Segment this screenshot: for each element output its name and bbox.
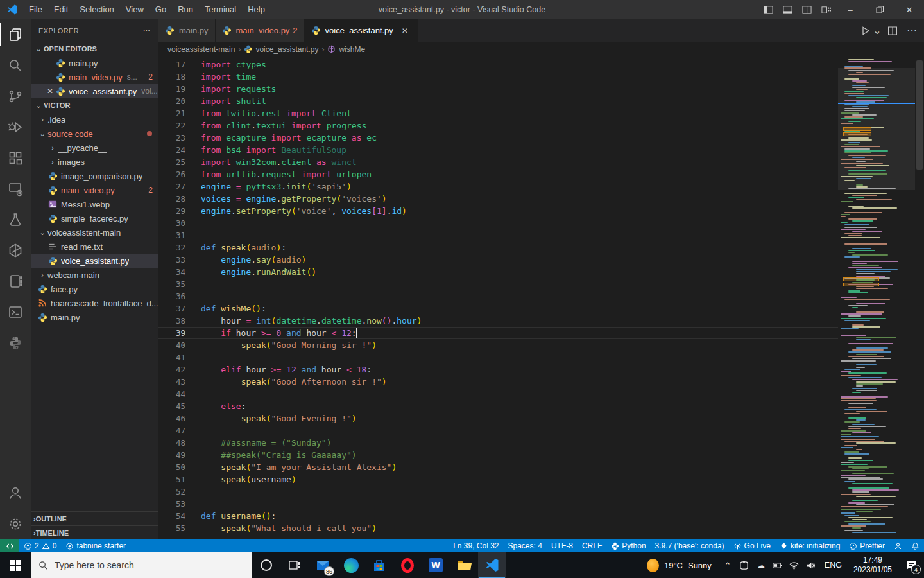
remote-indicator[interactable] <box>0 539 19 552</box>
activitybar-extensions-icon[interactable] <box>0 143 31 173</box>
python-interpreter[interactable]: 3.9.7 ('base': conda) <box>651 539 729 552</box>
run-python-file-icon[interactable] <box>857 22 874 39</box>
language-mode[interactable]: Python <box>606 539 650 552</box>
notification-center-button[interactable]: 4 <box>898 552 924 578</box>
timeline-section[interactable]: › TIMELINE <box>31 525 158 539</box>
open-editors-section[interactable]: ⌄ OPEN EDITORS <box>31 42 158 56</box>
task-view-button[interactable] <box>280 552 309 578</box>
tab-voice_assistant.py[interactable]: voice_assistant.py✕ <box>305 19 418 42</box>
code-editor[interactable]: 17import ctypes18import time19import req… <box>158 57 838 539</box>
cursor-position[interactable]: Ln 39, Col 32 <box>449 539 503 552</box>
tree-file[interactable]: main_video.py2 <box>31 183 158 197</box>
store-button[interactable] <box>365 552 393 578</box>
battery-icon[interactable] <box>769 552 786 578</box>
problems[interactable]: 20 <box>19 539 61 552</box>
tree-file[interactable]: voice_assistant.py <box>31 254 158 268</box>
activitybar-notebook-icon[interactable] <box>0 266 31 297</box>
tree-file[interactable]: simple_facerec.py <box>31 211 158 225</box>
mail-button[interactable]: 86 <box>309 552 337 578</box>
weather-widget[interactable]: 19°C Sunny <box>639 559 719 572</box>
open-editor-item[interactable]: main_video.pys...2 <box>31 70 158 84</box>
customize-layout-icon[interactable] <box>816 0 835 19</box>
more-actions-icon[interactable]: ⋯ <box>903 22 920 39</box>
clock[interactable]: 17:49 2023/01/05 <box>847 556 898 575</box>
tree-file[interactable]: Messi1.webp <box>31 197 158 211</box>
activitybar-terminal-icon[interactable] <box>0 297 31 328</box>
explorer-actions-icon[interactable]: ⋯ <box>143 26 151 35</box>
split-editor-icon[interactable] <box>884 22 901 39</box>
feedback[interactable] <box>889 539 907 552</box>
menu-selection[interactable]: Selection <box>74 0 119 19</box>
minimize-button[interactable]: – <box>835 0 865 19</box>
close-editor-icon[interactable]: ✕ <box>45 87 55 96</box>
editor-scrollbar[interactable] <box>915 57 924 539</box>
minimap[interactable] <box>838 57 915 539</box>
menu-run[interactable]: Run <box>172 0 199 19</box>
menu-help[interactable]: Help <box>242 0 271 19</box>
tree-folder[interactable]: ⌄voiceassistent-main <box>31 225 158 240</box>
notifications-bell[interactable] <box>907 539 924 552</box>
restore-button[interactable] <box>865 0 894 19</box>
tab-main.py[interactable]: main.py <box>158 19 216 42</box>
pen-icon[interactable] <box>736 552 753 578</box>
run-dropdown-chevron-icon[interactable]: ⌄ <box>873 22 882 39</box>
tree-file[interactable]: face.py <box>31 282 158 296</box>
menu-edit[interactable]: Edit <box>48 0 74 19</box>
opera-button[interactable] <box>393 552 422 578</box>
menu-go[interactable]: Go <box>150 0 172 19</box>
go-live[interactable]: Go Live <box>729 539 775 552</box>
tree-folder[interactable]: ›images <box>31 155 158 169</box>
breadcrumb-item[interactable]: voiceassistent-main <box>167 45 235 54</box>
activitybar-account-icon[interactable] <box>0 478 31 509</box>
open-editor-item[interactable]: main.py <box>31 56 158 70</box>
close-button[interactable]: ✕ <box>894 0 924 19</box>
tabnine[interactable]: tabnine starter <box>61 539 130 552</box>
cortana-button[interactable] <box>252 552 280 578</box>
tree-file[interactable]: image_comparison.py <box>31 169 158 183</box>
indentation[interactable]: Spaces: 4 <box>504 539 547 552</box>
open-editor-item[interactable]: ✕voice_assistant.pyvoi... <box>31 84 158 98</box>
toggle-sidebar-icon[interactable] <box>758 0 778 19</box>
menu-terminal[interactable]: Terminal <box>199 0 242 19</box>
tab-main_video.py[interactable]: main_video.py2 <box>216 19 305 42</box>
activitybar-settings-gear-icon[interactable] <box>0 509 31 539</box>
breadcrumb-item[interactable]: wishMe <box>327 45 365 54</box>
language-indicator[interactable]: ENG <box>819 561 847 570</box>
activitybar-package-icon[interactable] <box>0 235 31 266</box>
menu-file[interactable]: File <box>23 0 48 19</box>
activitybar-search-icon[interactable] <box>0 50 31 81</box>
tree-folder[interactable]: ⌄source code <box>31 127 158 141</box>
activitybar-files-icon[interactable] <box>0 19 31 50</box>
activitybar-source-control-icon[interactable] <box>0 81 31 112</box>
encoding[interactable]: UTF-8 <box>547 539 578 552</box>
volume-icon[interactable] <box>803 552 819 578</box>
edge-button[interactable] <box>337 552 365 578</box>
activitybar-run-debug-icon[interactable] <box>0 112 31 143</box>
vscode-taskbar-button[interactable] <box>478 552 506 578</box>
word-button[interactable]: W <box>422 552 450 578</box>
breadcrumb-item[interactable]: voice_assistant.py <box>244 45 318 54</box>
tree-folder[interactable]: ›__pycache__ <box>31 141 158 155</box>
tree-file[interactable]: haarcascade_frontalface_d... <box>31 296 158 310</box>
tree-file[interactable]: main.py <box>31 310 158 324</box>
close-tab-icon[interactable]: ✕ <box>399 26 411 35</box>
prettier[interactable]: Prettier <box>844 539 889 552</box>
taskbar-search-input[interactable]: Type here to search <box>31 552 252 578</box>
activitybar-remote-explorer-icon[interactable] <box>0 173 31 204</box>
menu-view[interactable]: View <box>120 0 150 19</box>
activitybar-testing-icon[interactable] <box>0 204 31 235</box>
tree-folder[interactable]: ›webcam-main <box>31 268 158 282</box>
workspace-section[interactable]: ⌄ VICTOR <box>31 98 158 112</box>
file-explorer-button[interactable] <box>450 552 478 578</box>
tree-file[interactable]: read me.txt <box>31 240 158 254</box>
outline-section[interactable]: › OUTLINE <box>31 511 158 525</box>
onedrive-icon[interactable]: ☁ <box>753 552 769 578</box>
toggle-panel-icon[interactable] <box>778 0 797 19</box>
activitybar-python-icon[interactable] <box>0 328 31 358</box>
eol[interactable]: CRLF <box>578 539 606 552</box>
tray-chevron-up-icon[interactable]: ⌃ <box>719 552 736 578</box>
kite-status[interactable]: kite: initializing <box>775 539 844 552</box>
start-button[interactable] <box>0 552 31 578</box>
wifi-icon[interactable] <box>786 552 803 578</box>
tree-folder[interactable]: ›.idea <box>31 112 158 127</box>
